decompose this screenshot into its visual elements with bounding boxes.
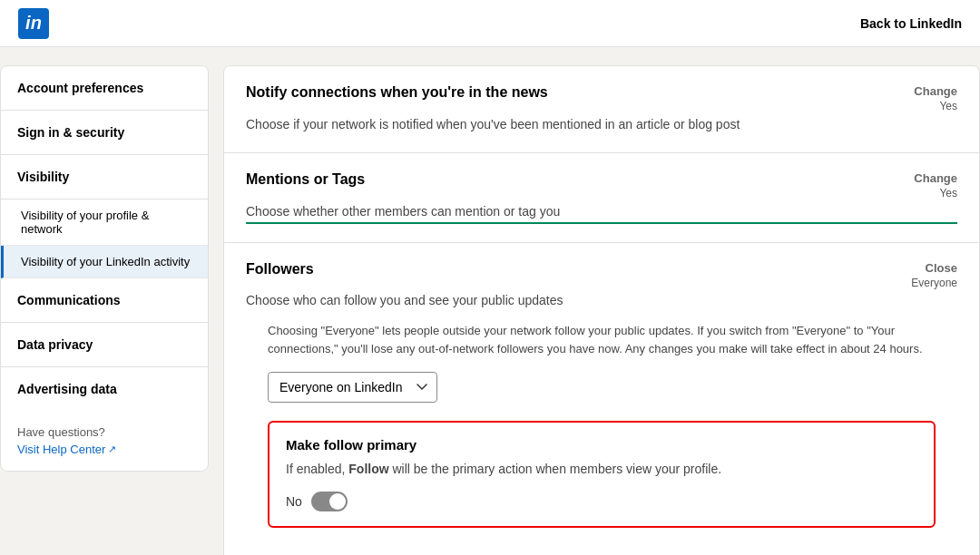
sidebar-item-data-privacy[interactable]: Data privacy [1,323,208,367]
make-follow-desc-suffix: will be the primary action when members … [389,462,721,476]
sidebar-item-advertising-data[interactable]: Advertising data [1,367,208,411]
mentions-tags-change-link[interactable]: Change [914,171,957,185]
mentions-tags-action: Change Yes [914,171,957,200]
sidebar-item-visibility[interactable]: Visibility [1,155,208,200]
notify-connections-section: Notify connections when you're in the ne… [224,66,979,153]
sidebar-subitem-linkedin-activity[interactable]: Visibility of your LinkedIn activity [1,246,208,278]
have-questions-text: Have questions? [17,425,191,439]
mentions-tags-header: Mentions or Tags Change Yes [246,171,957,200]
make-follow-desc-prefix: If enabled, [286,462,348,476]
followers-close-link[interactable]: Close [926,261,957,275]
mentions-tags-value: Yes [939,187,957,200]
notify-connections-action: Change Yes [914,84,957,112]
followers-header: Followers Close Everyone [246,261,957,289]
mentions-tags-desc: Choose whether other members can mention… [246,203,957,221]
followers-section: Followers Close Everyone Choose who can … [224,243,979,555]
make-follow-primary-box: Make follow primary If enabled, Follow w… [268,421,936,528]
make-follow-title: Make follow primary [286,437,917,453]
followers-action: Close Everyone [911,261,957,289]
page-layout: Account preferences Sign in & security V… [0,47,980,555]
sidebar-item-sign-in-security[interactable]: Sign in & security [1,111,208,155]
notify-connections-header: Notify connections when you're in the ne… [246,84,957,112]
mentions-tags-section: Mentions or Tags Change Yes Choose wheth… [224,153,979,244]
back-to-linkedin-link[interactable]: Back to LinkedIn [860,16,962,31]
notify-connections-desc: Choose if your network is notified when … [246,116,957,134]
make-follow-toggle[interactable] [311,492,348,511]
visit-help-center-link[interactable]: Visit Help Center ↗ [17,443,191,456]
green-underline-divider [246,222,957,224]
notify-connections-value: Yes [939,100,957,112]
sidebar-item-account-preferences[interactable]: Account preferences [1,66,208,111]
followers-desc: Choose who can follow you and see your p… [246,293,957,307]
sidebar-item-communications[interactable]: Communications [1,278,208,323]
notify-connections-title: Notify connections when you're in the ne… [246,84,548,101]
toggle-label: No [286,494,302,509]
main-content: Notify connections when you're in the ne… [223,65,980,555]
external-link-icon: ↗ [108,443,116,455]
make-follow-desc: If enabled, Follow will be the primary a… [286,460,917,479]
toggle-row: No [286,492,917,511]
mentions-tags-title: Mentions or Tags [246,171,365,188]
sidebar-subitem-profile-network[interactable]: Visibility of your profile & network [1,200,208,246]
make-follow-desc-bold: Follow [348,462,388,476]
followers-dropdown-wrapper: Everyone on LinkedIn Your connections on… [268,372,957,403]
followers-title: Followers [246,261,314,278]
followers-value: Everyone [911,277,957,289]
linkedin-logo: in [18,8,49,39]
top-nav: in Back to LinkedIn [0,0,980,47]
sidebar: Account preferences Sign in & security V… [0,65,209,472]
sidebar-footer: Have questions? Visit Help Center ↗ [1,411,208,471]
notify-connections-change-link[interactable]: Change [914,84,957,98]
followers-note: Choosing "Everyone" lets people outside … [268,322,957,357]
followers-dropdown[interactable]: Everyone on LinkedIn Your connections on… [268,372,437,403]
